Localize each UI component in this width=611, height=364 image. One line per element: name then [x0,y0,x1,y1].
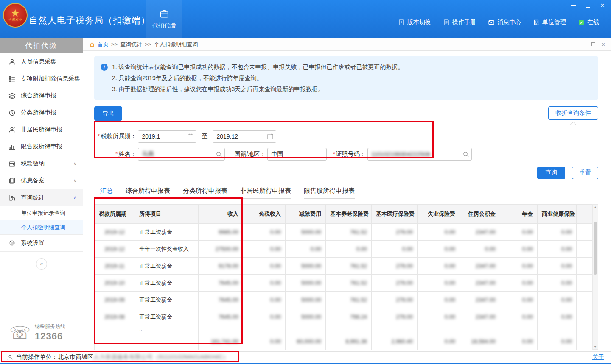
panel-controls: × [591,41,605,48]
search-icon[interactable] [216,151,222,158]
cell-amount: 0.00 [538,292,577,308]
export-button[interactable]: 导出 [94,106,122,121]
cell-amount: 0.00 [500,292,538,308]
notice-box: i 1. 该查询统计表仅能查询已申报成功的数据，不包含未申报、申报失败，已申报但… [94,56,598,100]
sidebar-item-tax-payment[interactable]: 税款缴纳 ∨ [0,155,83,172]
vertical-scrollbar-thumb[interactable] [594,222,597,275]
tax-bureau-logo: ★ 中国税务 [3,3,28,28]
tab-classified-income[interactable]: 分类所得申报表 [183,187,227,199]
minimize-button[interactable] [570,2,577,9]
close-button[interactable]: × [599,2,606,9]
cell-amount: 0.00 [326,241,372,258]
cell-amount: 5000.00 [286,224,326,241]
id-number-input[interactable] [368,148,471,160]
briefcase-icon [159,9,169,19]
org-manage-link[interactable]: 单位管理 [533,19,566,26]
table-summary-row[interactable]: ----161,741.000.0060,000.008,991.362,960… [95,333,593,350]
table-row[interactable]: 2019-11正常工资薪金9178.000.005000.00761.52279… [95,258,593,275]
sidebar-item-label: 限售股所得申报 [21,143,62,150]
pie-chart-icon [8,109,16,117]
cell-amount: 161,741.00 [199,333,243,350]
table-row-partial[interactable]: .. [95,325,593,333]
tab-comprehensive-income[interactable]: 综合所得申报表 [126,187,170,199]
table-row[interactable]: 2019-10正常工资薪金7645.000.005000.00761.52279… [95,275,593,292]
reset-button[interactable]: 重置 [572,167,598,179]
copy-doc-icon [8,177,16,184]
panel-restore-icon[interactable] [591,42,595,46]
required-mark: * [98,133,100,139]
table-row[interactable]: 2019-08正常工资薪金7645.000.005000.00798.24279… [95,308,593,325]
sidebar-item-system-settings[interactable]: 系统设置 [0,235,83,252]
calendar-icon[interactable] [187,133,194,140]
cell-amount: 8,991.36 [326,333,372,350]
current-unit-prefix: 当前操作单位： [16,353,58,361]
sidebar-item-comprehensive-income[interactable]: 综合所得申报 [0,87,83,104]
scroll-up-arrow-icon[interactable]: ▲ [593,206,598,208]
sidebar-item-classified-income[interactable]: 分类所得申报 [0,104,83,121]
sidebar-item-query-statistics[interactable]: 查询统计 ∧ [0,189,83,206]
table-row[interactable]: 2019-09正常工资薪金7645.000.005000.00761.52279… [95,292,593,308]
sidebar-item-restricted-shares[interactable]: 限售股所得申报 [0,138,83,155]
top-header: ★ 中国税务 自然人电子税务局（扣缴端） 代扣代缴 版本切换 操作手册 [0,0,611,38]
required-mark: * [115,150,118,157]
cell-amount: 0.00 [418,333,460,350]
sidebar-item-personnel-info[interactable]: 人员信息采集 [0,53,83,70]
header-income: 收入 [199,205,243,224]
minimize-icon [571,5,576,6]
version-switch-icon [398,19,405,26]
scroll-down-arrow-icon[interactable]: ▼ [593,345,598,348]
tab-summary[interactable]: 汇总 [100,187,113,199]
breadcrumb-home[interactable]: 首页 [98,41,109,48]
required-mark: * [333,150,335,157]
table-body: 2019-12正常工资薪金9985.000.005000.00761.52279… [95,224,593,350]
nationality-input[interactable] [268,148,326,160]
online-status[interactable]: 在线 [578,19,599,26]
module-tab-label: 代扣代缴 [152,22,176,30]
online-label: 在线 [587,19,599,26]
sidebar-collapse-button[interactable]: « [36,258,47,270]
table-row[interactable]: 2019-12正常工资薪金9985.000.005000.00761.52279… [95,224,593,241]
cell-income-item: 正常工资薪金 [135,275,199,292]
panel-close-icon[interactable]: × [601,41,605,48]
cell-amount: 0.00 [243,292,286,308]
cell-amount [577,275,593,292]
search-icon[interactable] [462,151,469,158]
version-switch-link[interactable]: 版本切换 [398,19,431,26]
collapse-query-button[interactable]: 收折查询条件 [548,106,598,120]
table-row[interactable]: 2019-12全年一次性奖金收入27500.000.000.000.000.00… [95,241,593,258]
vertical-scrollbar[interactable]: ▲ ▼ [592,204,598,350]
tab-nonresident-income[interactable]: 非居民所得申报表 [240,187,291,199]
hotline: ☏ 纳税服务热线 12366 [0,323,83,342]
manual-link[interactable]: 操作手册 [443,19,476,26]
period-label: *税款所属期： [98,133,136,140]
sidebar-item-special-deduction[interactable]: 专项附加扣除信息采集 [0,70,83,87]
calendar-icon[interactable] [267,133,274,140]
cell-income-item: 全年一次性奖金收入 [135,241,199,258]
sidebar-subitem-personal-withholding-query[interactable]: 个人扣缴明细查询 [0,220,83,235]
cell-amount: 2347.00 [460,308,500,325]
search-button[interactable]: 查询 [537,167,565,179]
sidebar-subitem-unit-declaration-query[interactable]: 单位申报记录查询 [0,206,83,220]
cell-amount: 0.00 [538,224,577,241]
breadcrumb-level2: 个人扣缴明细查询 [154,41,198,48]
sidebar-item-nonresident-income[interactable]: 非居民所得申报 [0,121,83,138]
name-input[interactable] [138,148,224,160]
message-center-link[interactable]: 消息中心 [488,19,521,26]
cell-amount: 761.52 [326,292,372,308]
tab-restricted-shares[interactable]: 限售股所得申报表 [304,187,355,199]
cell-amount [418,325,460,333]
module-tab-withholding[interactable]: 代扣代缴 [146,0,182,38]
layers-icon [8,92,16,100]
period-to-field [213,130,276,143]
cell-amount: 0.00 [500,258,538,275]
restore-button[interactable] [585,2,591,9]
cell-amount [577,333,593,350]
close-icon: × [600,2,605,9]
cell-amount: 0.00 [243,224,286,241]
header-tax-period: 税款所属期 [95,205,135,224]
sidebar-item-preferential-filing[interactable]: 优惠备案 ∨ [0,172,83,189]
cell-amount: 761.52 [326,224,372,241]
manual-icon [443,19,450,26]
period-to-input[interactable] [213,131,276,142]
about-link[interactable]: 关于 [592,353,604,361]
